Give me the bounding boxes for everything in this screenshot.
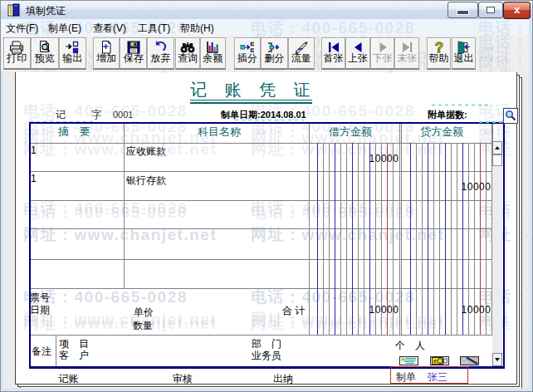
svg-text:e: e <box>433 357 437 365</box>
